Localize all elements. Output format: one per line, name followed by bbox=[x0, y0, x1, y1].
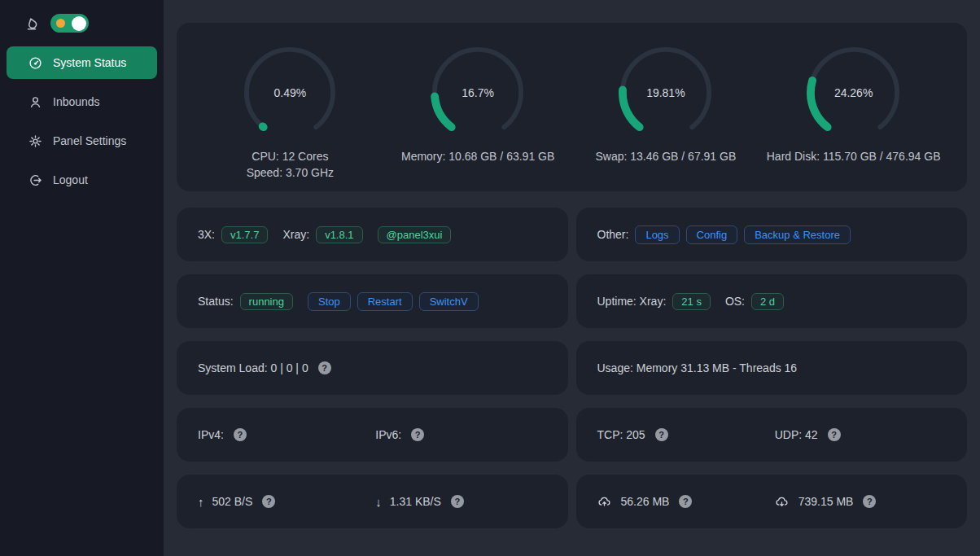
sidebar-item-label: Logout bbox=[53, 173, 88, 186]
sidebar-item-label: Panel Settings bbox=[53, 134, 126, 147]
user-icon bbox=[28, 95, 42, 109]
other-label: Other: bbox=[597, 228, 629, 241]
xray-version-label: Xray: bbox=[282, 228, 309, 241]
stop-button[interactable]: Stop bbox=[308, 292, 351, 311]
sidebar-item-label: System Status bbox=[53, 56, 126, 69]
question-icon[interactable]: ? bbox=[411, 428, 424, 441]
udp-group: UDP: 42 ? bbox=[775, 428, 946, 441]
usage-card: Usage: Memory 31.13 MB - Threads 16 bbox=[576, 341, 968, 395]
tcp-group: TCP: 205 ? bbox=[597, 428, 768, 441]
question-icon[interactable]: ? bbox=[234, 428, 247, 441]
theme-toggle[interactable] bbox=[50, 14, 89, 33]
uptime-xray-label: Uptime: Xray: bbox=[597, 295, 667, 308]
switch-version-button[interactable]: SwitchV bbox=[419, 292, 479, 311]
arrow-up-icon: ↑ bbox=[198, 495, 204, 509]
upload-speed-text: 502 B/S bbox=[212, 495, 253, 508]
uptime-os-badge: 2 d bbox=[751, 293, 784, 310]
question-icon[interactable]: ? bbox=[828, 428, 841, 441]
system-load-text: System Load: 0 | 0 | 0 bbox=[198, 361, 308, 374]
usage-text: Usage: Memory 31.13 MB - Threads 16 bbox=[597, 361, 798, 374]
memory-gauge: 16.7% Memory: 10.68 GB / 63.91 GB bbox=[384, 23, 572, 191]
swap-gauge-value: 19.81% bbox=[618, 45, 714, 141]
uptime-xray-badge: 21 s bbox=[672, 293, 711, 310]
sidebar: System Status Inbounds Panel Settings bbox=[0, 0, 164, 556]
disk-gauge-caption: Hard Disk: 115.70 GB / 476.94 GB bbox=[767, 148, 941, 164]
download-speed-group: ↓ 1.31 KB/S ? bbox=[375, 495, 546, 509]
question-icon[interactable]: ? bbox=[679, 495, 692, 508]
backup-restore-button[interactable]: Backup & Restore bbox=[744, 225, 851, 244]
config-button[interactable]: Config bbox=[686, 225, 738, 244]
sidebar-item-logout[interactable]: Logout bbox=[7, 164, 157, 196]
ipv6-label: IPv6: bbox=[375, 428, 401, 441]
ip-card: IPv4: ? IPv6: ? bbox=[177, 408, 568, 462]
received-traffic-group: 739.15 MB ? bbox=[775, 495, 946, 509]
main-content: 0.49% CPU: 12 Cores Speed: 3.70 GHz 16.7… bbox=[164, 0, 980, 556]
status-card: Status: running Stop Restart SwitchV bbox=[177, 274, 568, 328]
other-card: Other: Logs Config Backup & Restore bbox=[576, 208, 968, 261]
traffic-card: 56.26 MB ? 739.15 MB ? bbox=[576, 475, 968, 528]
restart-button[interactable]: Restart bbox=[357, 292, 413, 311]
version-card: 3X: v1.7.7 Xray: v1.8.1 @panel3xui bbox=[177, 208, 568, 261]
cloud-upload-icon bbox=[597, 495, 611, 509]
connections-card: TCP: 205 ? UDP: 42 ? bbox=[576, 408, 968, 462]
xray-status-badge: running bbox=[240, 293, 293, 310]
cloud-download-icon bbox=[775, 495, 789, 509]
sidebar-header bbox=[0, 0, 164, 43]
logs-button[interactable]: Logs bbox=[635, 225, 679, 244]
sent-traffic-text: 56.26 MB bbox=[621, 495, 670, 508]
swap-gauge: 19.81% Swap: 13.46 GB / 67.91 GB bbox=[572, 23, 760, 191]
telegram-link-badge[interactable]: @panel3xui bbox=[378, 226, 452, 243]
sun-icon bbox=[56, 19, 65, 28]
question-icon[interactable]: ? bbox=[863, 495, 876, 508]
upload-speed-group: ↑ 502 B/S ? bbox=[198, 495, 369, 509]
ipv4-label: IPv4: bbox=[198, 428, 224, 441]
ipv6-group: IPv6: ? bbox=[375, 428, 546, 441]
logout-icon bbox=[28, 173, 42, 187]
cpu-gauge-caption: CPU: 12 Cores Speed: 3.70 GHz bbox=[247, 148, 334, 181]
swap-gauge-caption: Swap: 13.46 GB / 67.91 GB bbox=[595, 148, 736, 164]
sidebar-item-system-status[interactable]: System Status bbox=[7, 46, 157, 79]
sidebar-item-inbounds[interactable]: Inbounds bbox=[7, 85, 157, 118]
uptime-card: Uptime: Xray: 21 s OS: 2 d bbox=[576, 274, 968, 328]
speed-card: ↑ 502 B/S ? ↓ 1.31 KB/S ? bbox=[177, 475, 568, 528]
sidebar-item-label: Inbounds bbox=[53, 95, 100, 108]
theme-icon bbox=[24, 16, 39, 31]
sidebar-nav: System Status Inbounds Panel Settings bbox=[0, 43, 164, 199]
question-icon[interactable]: ? bbox=[318, 361, 331, 374]
gear-icon bbox=[28, 134, 42, 148]
panel-version-label: 3X: bbox=[198, 228, 215, 241]
sidebar-item-panel-settings[interactable]: Panel Settings bbox=[7, 125, 157, 157]
arrow-down-icon: ↓ bbox=[375, 495, 382, 509]
udp-count-text: UDP: 42 bbox=[775, 428, 818, 441]
tcp-count-text: TCP: 205 bbox=[597, 428, 645, 441]
panel-version-badge: v1.7.7 bbox=[221, 226, 268, 243]
status-label: Status: bbox=[198, 295, 234, 308]
toggle-knob bbox=[72, 16, 86, 31]
sent-traffic-group: 56.26 MB ? bbox=[597, 495, 768, 509]
question-icon[interactable]: ? bbox=[655, 428, 668, 441]
dashboard-icon bbox=[28, 56, 42, 70]
cpu-gauge: 0.49% CPU: 12 Cores Speed: 3.70 GHz bbox=[196, 23, 384, 191]
received-traffic-text: 739.15 MB bbox=[798, 495, 854, 508]
uptime-os-label: OS: bbox=[725, 295, 745, 308]
memory-gauge-value: 16.7% bbox=[430, 45, 526, 141]
system-gauges-card: 0.49% CPU: 12 Cores Speed: 3.70 GHz 16.7… bbox=[177, 23, 967, 191]
system-load-card: System Load: 0 | 0 | 0 ? bbox=[177, 341, 568, 395]
cpu-gauge-value: 0.49% bbox=[242, 45, 338, 141]
download-speed-text: 1.31 KB/S bbox=[390, 495, 441, 508]
memory-gauge-caption: Memory: 10.68 GB / 63.91 GB bbox=[401, 148, 554, 164]
question-icon[interactable]: ? bbox=[262, 495, 275, 508]
question-icon[interactable]: ? bbox=[451, 495, 464, 508]
disk-gauge: 24.26% Hard Disk: 115.70 GB / 476.94 GB bbox=[759, 23, 947, 191]
xray-version-badge: v1.8.1 bbox=[316, 226, 362, 243]
ipv4-group: IPv4: ? bbox=[198, 428, 369, 441]
disk-gauge-value: 24.26% bbox=[806, 45, 902, 141]
